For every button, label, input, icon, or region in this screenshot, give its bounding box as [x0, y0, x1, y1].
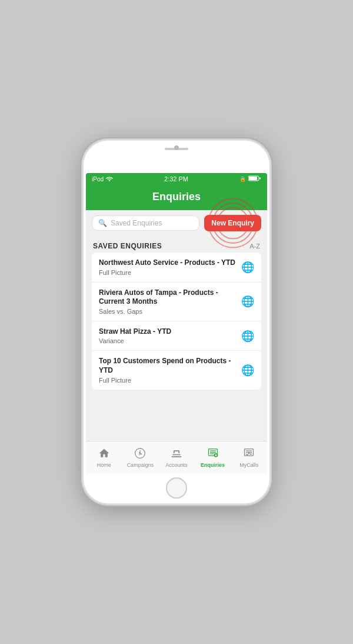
status-left: iPod [92, 175, 113, 182]
accounts-icon [171, 447, 182, 461]
svg-rect-1 [249, 177, 257, 180]
page-header: Enquiries [86, 185, 267, 210]
search-input-wrapper[interactable]: 🔍 Saved Enquiries [92, 215, 199, 231]
tab-home-label: Home [97, 462, 111, 468]
enquiry-text-0: Northwest Auto Service - Products - YTD … [99, 258, 241, 276]
enquiry-title-0: Northwest Auto Service - Products - YTD [99, 258, 237, 268]
globe-icon-1: 🌐 [241, 295, 254, 308]
enquiry-text-2: Straw Hat Pizza - YTD Variance [99, 327, 241, 345]
wifi-icon [106, 175, 113, 182]
enquiry-item-2[interactable]: Straw Hat Pizza - YTD Variance 🌐 [92, 321, 261, 351]
campaigns-icon: $ [134, 447, 146, 461]
enquiry-text-3: Top 10 Customers Spend on Products - YTD… [99, 357, 241, 383]
screen: iPod 2:32 PM 🔒 [86, 173, 267, 474]
svg-rect-2 [259, 178, 261, 180]
status-right: 🔒 [239, 175, 261, 182]
page-title: Enquiries [152, 191, 201, 203]
section-header: SAVED ENQUIRIES A-Z [86, 236, 267, 253]
tab-bar: Home $ Campaigns [86, 441, 267, 474]
tab-enquiries[interactable]: Enquiries [195, 447, 231, 468]
enquiry-item-0[interactable]: Northwest Auto Service - Products - YTD … [92, 253, 261, 283]
globe-icon-3: 🌐 [241, 364, 254, 377]
enquiry-subtitle-1: Sales vs. Gaps [99, 308, 237, 315]
carrier-label: iPod [92, 176, 104, 182]
tab-enquiries-label: Enquiries [201, 462, 225, 468]
enquiry-item-3[interactable]: Top 10 Customers Spend on Products - YTD… [92, 351, 261, 389]
globe-icon-2: 🌐 [241, 330, 254, 343]
enquiry-subtitle-2: Variance [99, 337, 237, 344]
search-placeholder: Saved Enquiries [111, 219, 162, 227]
status-bar: iPod 2:32 PM 🔒 [86, 173, 267, 185]
enquiry-title-2: Straw Hat Pizza - YTD [99, 327, 237, 337]
tab-home[interactable]: Home [86, 447, 122, 468]
enquiry-title-1: Riviera Autos of Tampa - Products - Curr… [99, 288, 237, 307]
phone-camera [174, 145, 179, 150]
tab-campaigns[interactable]: $ Campaigns [122, 447, 159, 468]
search-area: 🔍 Saved Enquiries New Enquiry [86, 210, 267, 236]
enquiry-text-1: Riviera Autos of Tampa - Products - Curr… [99, 288, 241, 315]
tab-campaigns-label: Campaigns [127, 462, 154, 468]
sort-label: A-Z [249, 243, 260, 250]
enquiry-title-3: Top 10 Customers Spend on Products - YTD [99, 357, 237, 375]
home-button[interactable] [166, 477, 187, 499]
phone-frame: › iPod 2:32 PM 🔒 [82, 140, 271, 504]
svg-text:$: $ [139, 452, 141, 456]
section-title: SAVED ENQUIRIES [93, 242, 162, 250]
search-icon: 🔍 [98, 219, 107, 227]
lock-icon: 🔒 [239, 176, 246, 182]
new-enquiry-button[interactable]: New Enquiry [204, 215, 261, 231]
tab-accounts[interactable]: Accounts [158, 447, 195, 468]
enquiry-subtitle-3: Full Picture [99, 377, 237, 384]
tab-mycalls[interactable]: MyCalls [231, 447, 267, 468]
tab-accounts-label: Accounts [165, 462, 187, 468]
enquiry-list: Northwest Auto Service - Products - YTD … [92, 253, 261, 390]
tab-mycalls-label: MyCalls [239, 462, 258, 468]
home-icon [98, 447, 110, 461]
enquiry-item-1[interactable]: Riviera Autos of Tampa - Products - Curr… [92, 283, 261, 321]
time-display: 2:32 PM [164, 175, 188, 182]
enquiries-icon [207, 447, 219, 461]
enquiry-subtitle-0: Full Picture [99, 269, 237, 276]
new-enquiry-wrapper: New Enquiry [204, 215, 261, 231]
mycalls-icon [243, 447, 255, 461]
battery-icon [248, 175, 261, 182]
globe-icon-0: 🌐 [241, 261, 254, 274]
